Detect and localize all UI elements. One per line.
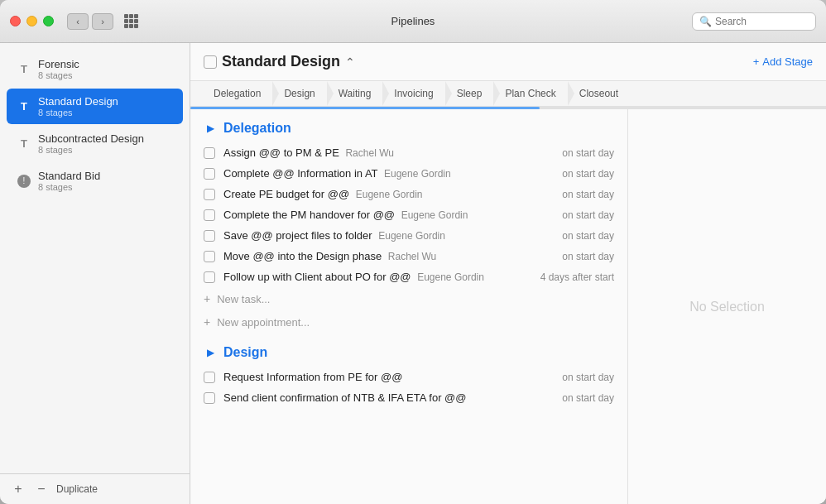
task-assignee: Rachel Wu: [345, 147, 393, 159]
task-row[interactable]: Complete the PM handover for @@ Eugene G…: [190, 204, 627, 225]
task-row[interactable]: Assign @@ to PM & PE Rachel Wu on start …: [190, 142, 627, 163]
sidebar-item-standard-bid-stages: 8 stages: [38, 182, 100, 192]
task-assignee: Eugene Gordin: [356, 189, 423, 200]
design-collapse-button[interactable]: ▶: [204, 346, 217, 359]
tab-closeout[interactable]: Closeout: [569, 81, 632, 106]
grid-view-button[interactable]: [120, 13, 142, 30]
sidebar-item-standard-bid[interactable]: ! Standard Bid 8 stages: [7, 163, 183, 199]
tab-sleep-label: Sleep: [457, 88, 483, 99]
task-name: Assign @@ to PM & PE Rachel Wu: [223, 146, 554, 159]
add-appointment-row[interactable]: + New appointment...: [190, 310, 627, 334]
nav-buttons: ‹ ›: [67, 13, 113, 30]
add-pipeline-button[interactable]: +: [10, 481, 26, 497]
pipeline-title: Standard Design: [222, 53, 340, 70]
back-button[interactable]: ‹: [67, 13, 89, 30]
design-section-title: Design: [223, 345, 267, 360]
add-task-icon: +: [204, 292, 210, 305]
task-name: Move @@ into the Design phase Rachel Wu: [223, 250, 554, 262]
close-button[interactable]: [10, 16, 21, 26]
task-row[interactable]: Follow up with Client about PO for @@ Eu…: [190, 266, 627, 287]
tab-closeout-label: Closeout: [579, 88, 618, 99]
sidebar-item-forensic-name: Forensic: [38, 58, 79, 70]
delegation-section-title: Delegation: [223, 121, 291, 136]
window-title: Pipelines: [391, 15, 435, 27]
t-icon-sub: T: [21, 137, 27, 150]
task-timing: on start day: [562, 209, 614, 221]
sidebar-item-standard-design-text: Standard Design 8 stages: [38, 95, 118, 118]
task-checkbox[interactable]: [204, 251, 215, 262]
task-timing: 4 days after start: [540, 271, 614, 283]
task-row[interactable]: Send client confirmation of NTB & IFA ET…: [190, 387, 627, 408]
tab-arrow: [272, 81, 279, 106]
forward-button[interactable]: ›: [92, 13, 113, 30]
content-area: ▶ Delegation Assign @@ to PM & PE Rachel…: [190, 109, 826, 504]
add-stage-plus-icon: +: [753, 55, 760, 68]
fullscreen-button[interactable]: [43, 16, 54, 26]
tab-arrow: [327, 81, 334, 106]
tab-arrow: [382, 81, 389, 106]
tab-delegation[interactable]: Delegation: [204, 81, 274, 106]
task-assignee: Eugene Gordin: [401, 209, 468, 221]
add-stage-button[interactable]: + Add Stage: [753, 55, 813, 68]
design-section-header: ▶ Design: [190, 334, 627, 367]
tab-plan-check[interactable]: Plan Check: [495, 81, 569, 106]
circle-icon: !: [17, 175, 31, 188]
delegation-collapse-button[interactable]: ▶: [204, 122, 217, 135]
task-row[interactable]: Move @@ into the Design phase Rachel Wu …: [190, 246, 627, 266]
sidebar-item-standard-bid-icon: !: [17, 174, 31, 189]
tab-waiting[interactable]: Waiting: [329, 81, 385, 106]
task-timing: on start day: [562, 392, 614, 404]
tab-invoicing[interactable]: Invoicing: [384, 81, 446, 106]
add-appointment-label: New appointment...: [217, 316, 310, 329]
search-icon: 🔍: [699, 16, 712, 27]
task-row[interactable]: Complete @@ Information in AT Eugene Gor…: [190, 163, 627, 184]
minimize-button[interactable]: [26, 16, 37, 26]
task-row[interactable]: Save @@ project files to folder Eugene G…: [190, 225, 627, 246]
task-assignee: Eugene Gordin: [417, 271, 484, 283]
add-task-row[interactable]: + New task...: [190, 287, 627, 310]
remove-pipeline-button[interactable]: −: [33, 481, 50, 497]
task-checkbox[interactable]: [204, 271, 215, 283]
pipeline-dropdown-icon[interactable]: ⌃: [345, 55, 355, 69]
task-timing: on start day: [562, 168, 614, 180]
add-stage-label: Add Stage: [762, 55, 813, 68]
sidebar-item-standard-design[interactable]: T Standard Design 8 stages: [7, 89, 183, 124]
task-row[interactable]: Create PE budget for @@ Eugene Gordin on…: [190, 184, 627, 204]
sidebar-item-standard-design-icon: T: [17, 99, 31, 114]
main-window: ‹ › Pipelines 🔍 T: [0, 0, 826, 504]
task-checkbox[interactable]: [204, 209, 215, 221]
task-assignee: Eugene Gordin: [384, 168, 451, 180]
sidebar-item-subcontracted-design-stages: 8 stages: [38, 145, 144, 155]
pipeline-title-row: Standard Design ⌃: [204, 53, 355, 70]
t-icon: T: [21, 63, 27, 75]
task-name: Follow up with Client about PO for @@ Eu…: [223, 271, 532, 283]
task-row[interactable]: Request Information from PE for @@ on st…: [190, 367, 627, 387]
tab-arrow: [445, 81, 452, 106]
sidebar-item-standard-design-name: Standard Design: [38, 95, 118, 108]
main-header: Standard Design ⌃ + Add Stage: [190, 43, 826, 81]
task-checkbox[interactable]: [204, 230, 215, 242]
tab-sleep[interactable]: Sleep: [447, 81, 496, 106]
sidebar-item-forensic-text: Forensic 8 stages: [38, 58, 79, 80]
tab-arrow: [493, 81, 500, 106]
sidebar-item-subcontracted-design-name: Subcontracted Design: [38, 132, 144, 145]
search-bar[interactable]: 🔍: [692, 12, 816, 31]
search-input[interactable]: [715, 16, 809, 27]
pipeline-checkbox[interactable]: [204, 55, 217, 69]
task-checkbox[interactable]: [204, 168, 215, 180]
tab-design[interactable]: Design: [274, 81, 328, 106]
sidebar-item-subcontracted-design[interactable]: T Subcontracted Design 8 stages: [7, 126, 183, 161]
sidebar-item-forensic[interactable]: T Forensic 8 stages: [7, 51, 183, 87]
task-checkbox[interactable]: [204, 392, 215, 404]
titlebar: ‹ › Pipelines 🔍: [0, 0, 826, 43]
task-checkbox[interactable]: [204, 147, 215, 159]
task-timing: on start day: [562, 230, 614, 242]
task-checkbox[interactable]: [204, 189, 215, 200]
sidebar-item-standard-bid-name: Standard Bid: [38, 170, 100, 182]
main-content: T Forensic 8 stages T Standard Design 8 …: [0, 43, 826, 504]
tab-plan-check-label: Plan Check: [505, 88, 555, 99]
task-checkbox[interactable]: [204, 372, 215, 383]
duplicate-pipeline-button[interactable]: Duplicate: [56, 483, 98, 495]
task-timing: on start day: [562, 372, 614, 383]
tab-waiting-label: Waiting: [339, 88, 372, 99]
